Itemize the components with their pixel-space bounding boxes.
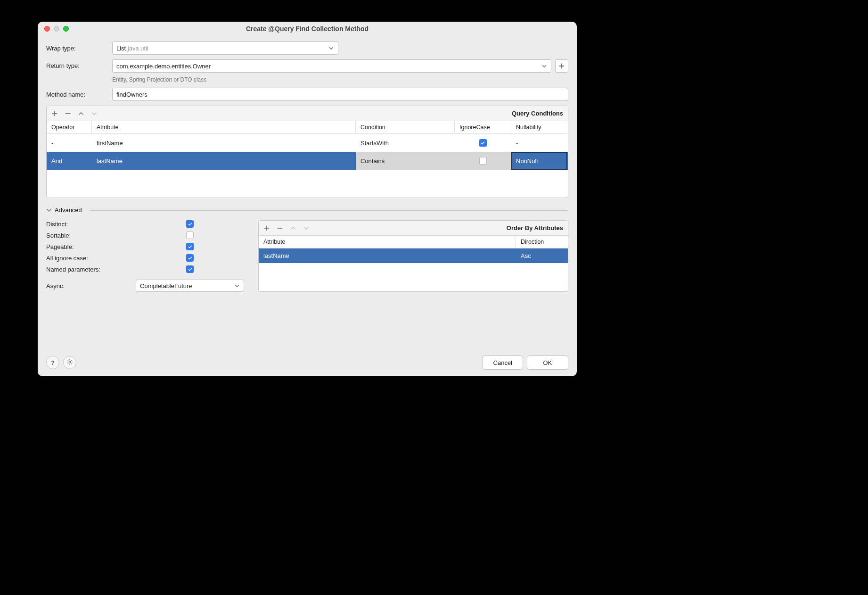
order-by-title: Order By Attributes	[507, 224, 563, 231]
distinct-label: Distinct:	[46, 221, 136, 228]
pageable-label: Pageable:	[46, 243, 136, 250]
th-order-direction: Direction	[516, 236, 568, 248]
wrap-type-row: Wrap type: List java.util	[46, 41, 568, 55]
advanced-area: Distinct: Sortable: Pageable: All ignore…	[46, 220, 568, 292]
distinct-checkbox[interactable]	[186, 220, 194, 228]
advanced-header[interactable]: Advanced	[46, 207, 568, 214]
conditions-toolbar: Query Conditions	[47, 106, 568, 121]
remove-row-button[interactable]	[277, 225, 283, 231]
cancel-button[interactable]: Cancel	[483, 355, 523, 370]
return-type-hint: Entity, Spring Projection or DTO class	[112, 76, 568, 83]
method-name-label: Method name:	[46, 91, 112, 98]
named-parameters-label: Named parameters:	[46, 266, 136, 273]
order-by-area: Order By Attributes Attribute Direction …	[258, 220, 568, 292]
cell-order-direction: Asc	[516, 248, 568, 263]
method-name-row: Method name: findOwners	[46, 88, 568, 101]
help-button[interactable]: ?	[46, 356, 59, 369]
wrap-type-combo[interactable]: List java.util	[112, 41, 338, 55]
return-type-combo[interactable]: com.example.demo.entities.Owner	[112, 59, 551, 73]
th-attribute: Attribute	[92, 121, 356, 134]
svg-point-0	[69, 361, 71, 363]
cell-ignorecase[interactable]	[455, 134, 511, 152]
order-by-panel: Order By Attributes Attribute Direction …	[258, 220, 568, 292]
cell-order-attribute: lastName	[259, 248, 516, 263]
chevron-down-icon	[540, 62, 548, 70]
expand-arrow-icon	[46, 207, 52, 213]
conditions-header: Operator Attribute Condition IgnoreCase …	[47, 121, 568, 134]
sortable-label: Sortable:	[46, 232, 136, 239]
checkbox-on-icon	[479, 139, 487, 147]
return-type-value: com.example.demo.entities.Owner	[116, 63, 211, 70]
dialog-window: Create @Query Find Collection Method Wra…	[38, 22, 577, 376]
wrap-type-package: java.util	[128, 45, 148, 52]
named-parameters-checkbox[interactable]	[186, 265, 194, 273]
th-ignorecase: IgnoreCase	[455, 121, 511, 134]
all-ignore-case-checkbox[interactable]	[186, 254, 194, 262]
cell-operator: -	[47, 134, 92, 152]
wrap-type-value: List	[116, 45, 126, 52]
wrap-type-label: Wrap type:	[46, 45, 112, 52]
add-row-button[interactable]	[263, 225, 270, 231]
cell-ignorecase[interactable]	[455, 152, 511, 170]
th-condition: Condition	[356, 121, 455, 134]
query-conditions-panel: Query Conditions Operator Attribute Cond…	[46, 106, 568, 198]
order-body: lastName Asc	[259, 248, 568, 291]
cell-nullability: NonNull	[511, 152, 568, 170]
th-order-attribute: Attribute	[259, 236, 516, 248]
checkbox-off-icon	[479, 157, 487, 165]
titlebar: Create @Query Find Collection Method	[38, 22, 577, 36]
advanced-options: Distinct: Sortable: Pageable: All ignore…	[46, 220, 244, 292]
conditions-body: - firstName StartsWith - And lastName Co…	[47, 134, 568, 198]
th-nullability: Nullability	[511, 121, 568, 134]
cell-condition: Contains	[356, 152, 455, 170]
chevron-down-icon	[328, 44, 335, 52]
cell-attribute: lastName	[92, 152, 356, 170]
advanced-title: Advanced	[55, 207, 82, 214]
conditions-title: Query Conditions	[512, 110, 563, 117]
add-return-type-button[interactable]	[555, 59, 568, 73]
cell-nullability: -	[511, 134, 568, 152]
add-row-button[interactable]	[51, 110, 58, 117]
all-ignore-case-label: All ignore case:	[46, 255, 136, 262]
sortable-checkbox[interactable]	[186, 231, 194, 239]
move-down-button[interactable]	[91, 110, 98, 117]
table-row[interactable]: And lastName Contains NonNull	[47, 152, 568, 170]
separator-line	[90, 210, 568, 211]
dialog-title: Create @Query Find Collection Method	[38, 25, 577, 33]
move-up-button[interactable]	[78, 110, 84, 117]
chevron-down-icon	[233, 282, 241, 289]
cell-attribute: firstName	[92, 134, 356, 152]
ok-button[interactable]: OK	[527, 355, 568, 370]
return-type-row: Return type: com.example.demo.entities.O…	[46, 59, 568, 83]
gear-icon	[66, 359, 73, 367]
async-select[interactable]: CompletableFuture	[136, 280, 244, 292]
th-operator: Operator	[47, 121, 92, 134]
order-header: Attribute Direction	[259, 236, 568, 248]
table-row[interactable]: lastName Asc	[259, 248, 568, 263]
async-value: CompletableFuture	[140, 282, 192, 289]
remove-row-button[interactable]	[65, 110, 71, 117]
cell-condition: StartsWith	[356, 134, 455, 152]
pageable-checkbox[interactable]	[186, 243, 194, 250]
method-name-value: findOwners	[116, 91, 147, 98]
dialog-footer: ? Cancel OK	[46, 350, 568, 370]
dialog-body: Wrap type: List java.util Return type: c…	[38, 36, 577, 376]
order-toolbar: Order By Attributes	[259, 221, 568, 236]
method-name-input[interactable]: findOwners	[112, 88, 568, 101]
async-label: Async:	[46, 282, 136, 289]
move-down-button[interactable]	[303, 225, 310, 231]
move-up-button[interactable]	[290, 225, 296, 231]
table-row[interactable]: - firstName StartsWith -	[47, 134, 568, 152]
return-type-label: Return type:	[46, 59, 112, 69]
cell-operator: And	[47, 152, 92, 170]
settings-button[interactable]	[63, 356, 76, 369]
